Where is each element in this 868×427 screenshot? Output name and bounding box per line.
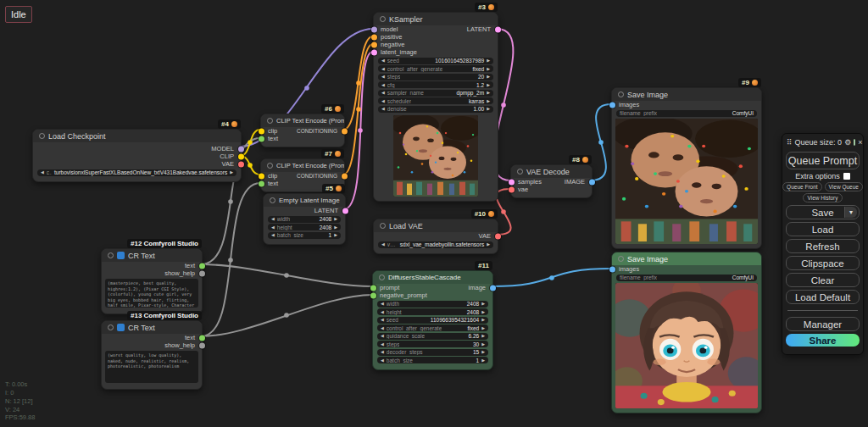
decrement-icon[interactable]: ◀ — [381, 58, 385, 63]
collapse-icon[interactable] — [379, 274, 385, 280]
node-cr-text-2[interactable]: #13 Comfyroll Studio CR Text text show_h… — [101, 320, 203, 390]
widget-seed[interactable]: ◀ seed 1109663954321604 ▶ — [377, 317, 488, 324]
increment-icon[interactable]: ▶ — [487, 67, 490, 71]
drag-handle-icon[interactable]: ⠿ — [787, 139, 793, 147]
decrement-icon[interactable]: ◀ — [271, 233, 275, 237]
widget-width[interactable]: ◀ width 2408 ▶ — [377, 301, 488, 308]
collapse-icon[interactable] — [270, 197, 275, 203]
decrement-icon[interactable]: ◀ — [381, 350, 384, 354]
output-port-latent[interactable] — [342, 208, 348, 214]
collapse-icon[interactable] — [517, 169, 523, 175]
widget-guidance-scale[interactable]: ◀ guidance_scale 6.26 ▶ — [377, 333, 488, 340]
increment-icon[interactable]: ▶ — [487, 91, 490, 95]
output-port-vae[interactable] — [495, 233, 501, 239]
widget-height[interactable]: ◀ height 2408 ▶ — [268, 224, 341, 230]
increment-icon[interactable]: ▶ — [334, 225, 337, 230]
decrement-icon[interactable]: ◀ — [381, 334, 384, 338]
input-port-prompt[interactable] — [370, 285, 376, 291]
widget-filename-prefix[interactable]: filename_prefix ComfyUI — [616, 110, 757, 117]
text-widget[interactable]: (masterpiece, best quality, highres:1.2)… — [105, 279, 198, 308]
increment-icon[interactable]: ▶ — [334, 217, 337, 221]
output-port-show-help[interactable] — [199, 342, 205, 348]
widget-cfg[interactable]: ◀ cfg 1.2 ▶ — [378, 81, 493, 88]
decrement-icon[interactable]: ◀ — [381, 318, 384, 322]
view-history-button[interactable]: View History — [803, 193, 842, 202]
node-load-vae[interactable]: #10 Load VAE VAE ◀ vae_name sdxl_vae_mad… — [373, 219, 498, 254]
collapse-icon[interactable] — [39, 133, 45, 139]
decrement-icon[interactable]: ◀ — [41, 170, 44, 175]
refresh-button[interactable]: Refresh — [786, 239, 860, 253]
node-title-bar[interactable]: Save Image — [612, 252, 761, 265]
output-port-text[interactable] — [199, 263, 205, 269]
node-load-checkpoint[interactable]: #4 Load Checkpoint MODEL CLIP VAE ◀ ckpt… — [32, 129, 242, 182]
decrement-icon[interactable]: ◀ — [381, 75, 385, 79]
increment-icon[interactable]: ▶ — [487, 99, 490, 103]
output-port-latent[interactable] — [495, 26, 501, 32]
output-port-text[interactable] — [199, 335, 205, 341]
collapse-icon[interactable] — [380, 223, 386, 229]
input-port-images[interactable] — [609, 266, 615, 272]
increment-icon[interactable]: ▶ — [481, 310, 485, 314]
widget-denoise[interactable]: ◀ denoise 1.00 ▶ — [378, 106, 493, 113]
clear-button[interactable]: Clear — [786, 273, 860, 287]
settings-gear-icon[interactable]: ⚙ — [844, 139, 851, 147]
increment-icon[interactable]: ▶ — [230, 170, 233, 175]
node-clip-text-encode-positive[interactable]: #6 CLIP Text Encode (Prompt) clip CONDIT… — [260, 114, 345, 147]
input-port-negative-prompt[interactable] — [370, 292, 376, 298]
widget-control-after-generate[interactable]: ◀ control_after_generate fixed ▶ — [378, 65, 493, 72]
save-dropdown-icon[interactable]: ▾ — [844, 207, 857, 218]
node-title-bar[interactable]: CR Text — [102, 249, 202, 262]
decrement-icon[interactable]: ◀ — [271, 217, 275, 221]
collapse-icon[interactable] — [267, 118, 273, 124]
input-port-text[interactable] — [259, 180, 264, 186]
output-port-conditioning[interactable] — [342, 173, 348, 179]
widget-decoder-steps[interactable]: ◀ decoder_steps 15 ▶ — [377, 349, 488, 356]
node-title-bar[interactable]: DiffusersStableCascade — [373, 271, 492, 284]
close-icon[interactable]: × — [858, 139, 862, 147]
increment-icon[interactable]: ▶ — [487, 83, 490, 87]
increment-icon[interactable]: ▶ — [487, 58, 490, 63]
extra-options-checkbox[interactable] — [843, 173, 850, 180]
input-port-images[interactable] — [609, 102, 615, 108]
node-diffusers-stable-cascade[interactable]: #11 DiffusersStableCascade prompt image … — [372, 270, 493, 370]
node-vae-decode[interactable]: #8 VAE Decode samples IMAGE vae — [510, 164, 593, 198]
collapse-icon[interactable] — [108, 324, 114, 330]
widget-seed[interactable]: ◀ seed 1016016452837989 ▶ — [378, 58, 493, 64]
output-port-model[interactable] — [238, 146, 244, 152]
widget-steps[interactable]: ◀ steps 30 ▶ — [377, 341, 488, 347]
widget-batch-size[interactable]: ◀ batch_size 1 ▶ — [268, 232, 341, 239]
decrement-icon[interactable]: ◀ — [381, 310, 384, 314]
decrement-icon[interactable]: ◀ — [381, 107, 385, 111]
decrement-icon[interactable]: ◀ — [381, 302, 384, 306]
increment-icon[interactable]: ▶ — [487, 242, 490, 247]
node-title-bar[interactable]: VAE Decode — [511, 165, 592, 178]
queue-front-button[interactable]: Queue Front — [782, 182, 822, 191]
input-port-positive[interactable] — [371, 34, 377, 40]
decrement-icon[interactable]: ◀ — [381, 358, 384, 363]
node-title-bar[interactable]: CLIP Text Encode (Prompt) — [261, 159, 344, 172]
output-port-vae[interactable] — [238, 161, 244, 167]
decrement-icon[interactable]: ◀ — [381, 342, 384, 347]
increment-icon[interactable]: ▶ — [481, 342, 485, 347]
gallery-icon[interactable] — [854, 139, 855, 146]
decrement-icon[interactable]: ◀ — [381, 99, 385, 103]
widget-width[interactable]: ◀ width 2408 ▶ — [268, 216, 341, 223]
widget-ckpt-name[interactable]: ◀ ckpt_name turbovisionxlSuperFastXLBase… — [37, 169, 236, 176]
decrement-icon[interactable]: ◀ — [381, 242, 385, 247]
widget-height[interactable]: ◀ height 2408 ▶ — [377, 308, 488, 315]
increment-icon[interactable]: ▶ — [481, 326, 485, 330]
node-title-bar[interactable]: Load Checkpoint — [33, 130, 241, 142]
input-port-latent-image[interactable] — [371, 49, 377, 55]
node-title-bar[interactable]: CR Text — [102, 321, 202, 334]
output-port-conditioning[interactable] — [342, 128, 348, 134]
save-button[interactable]: Save ▾ — [786, 205, 860, 219]
node-title-bar[interactable]: KSampler — [374, 13, 498, 25]
input-port-negative[interactable] — [371, 42, 377, 47]
node-save-image-2[interactable]: Save Image images filename_prefix ComfyU… — [611, 252, 762, 413]
increment-icon[interactable]: ▶ — [487, 107, 490, 111]
menu-header[interactable]: ⠿ Queue size: 0 ⚙ × — [786, 137, 860, 149]
input-port-vae[interactable] — [509, 186, 515, 192]
collapse-icon[interactable] — [108, 252, 114, 258]
clipspace-button[interactable]: Clipspace — [786, 256, 860, 270]
node-graph-canvas[interactable]: Idle #4 Load Checkpoint MODEL CLIP VAE ◀… — [0, 0, 868, 427]
